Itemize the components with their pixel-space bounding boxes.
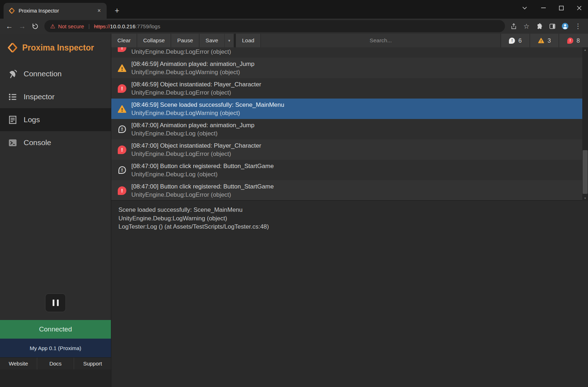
log-list: ! UnityEngine.Debug:LogError (object)[08… <box>111 47 588 201</box>
docs-link[interactable]: Docs <box>37 358 74 369</box>
sidebar-nav: Connection Inspector Logs <box>0 62 111 154</box>
sidebar-item-logs[interactable]: Logs <box>0 108 111 131</box>
url-scheme-separator: :// <box>106 23 110 29</box>
collapse-button[interactable]: Collapse <box>137 34 171 47</box>
log-trace: UnityEngine.Debug:Log (object) <box>131 170 274 178</box>
logs-toolbar: Clear Collapse Pause Save ▾ Load ! 6 3 !… <box>111 34 588 47</box>
log-trace: UnityEngine.Debug:LogError (object) <box>131 191 274 199</box>
terminal-icon <box>8 138 18 148</box>
log-message: [08:47:00] Button click registered: Butt… <box>131 162 274 170</box>
bookmark-star-icon[interactable]: ☆ <box>521 20 532 32</box>
log-trace: UnityEngine.Debug:LogError (object) <box>131 150 261 158</box>
new-tab-button[interactable]: + <box>112 5 122 16</box>
log-row[interactable]: ![08:46:59] Object instantiated: Player_… <box>111 78 588 99</box>
warning-count-filter[interactable]: 3 <box>530 34 559 47</box>
log-row[interactable]: ![08:47:00] Object instantiated: Player_… <box>111 139 588 160</box>
logs-page: Clear Collapse Pause Save ▾ Load ! 6 3 !… <box>111 34 588 387</box>
error-count-filter[interactable]: ! 8 <box>559 34 588 47</box>
tab-close-icon[interactable]: × <box>95 7 103 15</box>
log-trace: UnityEngine.Debug:LogWarning (object) <box>131 109 284 117</box>
log-row[interactable]: ![08:47:00] Animation played: animation_… <box>111 119 588 139</box>
log-message: [08:47:00] Object instantiated: Player_C… <box>131 142 261 150</box>
error-icon: ! <box>117 186 127 195</box>
error-icon: ! <box>117 84 127 93</box>
log-row[interactable]: [08:46:59] Animation played: animation_J… <box>111 58 588 78</box>
avatar[interactable] <box>559 20 571 32</box>
sidebar-spacer <box>0 154 111 293</box>
proxima-app: Proxima Inspector Connection Inspector <box>0 34 588 387</box>
detail-line: UnityEngine.Debug:LogWarning (object) <box>118 214 581 223</box>
sidebar-item-label: Inspector <box>24 92 54 101</box>
detail-line: LogTester:Log () (at Assets/TestScripts/… <box>118 223 581 231</box>
pause-button[interactable]: Pause <box>171 34 199 47</box>
url-scheme: https <box>94 23 106 29</box>
sidebar-item-connection[interactable]: Connection <box>0 62 111 85</box>
address-separator: | <box>88 23 90 29</box>
satellite-dish-icon <box>8 69 18 79</box>
connection-status-badge: Connected <box>0 320 111 339</box>
log-row[interactable]: [08:46:59] Scene loaded successfully: Sc… <box>111 99 588 119</box>
log-scrollbar[interactable]: ▲ ▼ <box>582 47 588 201</box>
load-button[interactable]: Load <box>236 34 261 47</box>
browser-menu-icon[interactable]: ⋮ <box>572 20 584 32</box>
address-bar[interactable]: ⚠ Not secure | https :// 10.0.0.216 :775… <box>44 20 505 32</box>
log-trace: UnityEngine.Debug:LogWarning (object) <box>131 68 254 76</box>
chevron-down-icon[interactable] <box>517 1 532 15</box>
log-message: [08:46:59] Animation played: animation_J… <box>131 60 254 68</box>
log-count: 6 <box>518 37 521 44</box>
maximize-icon[interactable] <box>552 1 570 15</box>
detail-line: Scene loaded successfully: Scene_MainMen… <box>118 206 581 214</box>
log-message: [08:46:59] Object instantiated: Player_C… <box>131 80 261 89</box>
scroll-up-icon[interactable]: ▲ <box>582 47 588 52</box>
log-message: [08:46:59] Scene loaded successfully: Sc… <box>131 101 284 109</box>
pause-updates-button[interactable] <box>45 293 66 312</box>
log-count-filter[interactable]: ! 6 <box>501 34 530 47</box>
extensions-puzzle-icon[interactable] <box>534 20 545 32</box>
scrollbar-thumb[interactable] <box>583 150 588 194</box>
log-trace: UnityEngine.Debug:Log (object) <box>131 129 254 138</box>
close-icon[interactable] <box>570 1 588 15</box>
back-icon[interactable]: ← <box>3 20 16 32</box>
sidebar-bottom-fill <box>0 369 111 387</box>
app-title: Proxima Inspector <box>22 43 94 53</box>
side-panel-icon[interactable] <box>546 20 558 32</box>
log-count-icon: ! <box>509 38 515 44</box>
log-message: [08:47:00] Animation played: animation_J… <box>131 121 254 129</box>
search-input[interactable] <box>261 34 501 47</box>
sidebar-item-label: Connection <box>24 70 62 78</box>
log-trace: UnityEngine.Debug:LogError (object) <box>131 48 231 56</box>
clear-button[interactable]: Clear <box>111 34 137 47</box>
browser-tab-strip: Proxima Inspector × + <box>0 0 588 19</box>
save-dropdown-arrow[interactable]: ▾ <box>224 34 234 47</box>
share-icon[interactable] <box>508 20 519 32</box>
scroll-down-icon[interactable]: ▼ <box>582 196 588 201</box>
log-row[interactable]: ![08:47:00] Button click registered: But… <box>111 160 588 180</box>
log-trace: UnityEngine.Debug:LogError (object) <box>131 89 261 97</box>
sidebar-item-inspector[interactable]: Inspector <box>0 85 111 108</box>
browser-tab[interactable]: Proxima Inspector × <box>4 3 107 19</box>
log-message: [08:47:00] Button click registered: Butt… <box>131 182 274 191</box>
log-row[interactable]: ![08:47:00] Button click registered: But… <box>111 180 588 201</box>
forward-icon[interactable]: → <box>16 20 29 32</box>
sidebar-footer: Website Docs Support <box>0 357 111 369</box>
log-icon: ! <box>117 125 127 134</box>
document-icon <box>8 115 18 125</box>
app-logo: Proxima Inspector <box>0 34 111 53</box>
save-button[interactable]: Save <box>199 34 224 47</box>
minimize-icon[interactable] <box>534 1 552 15</box>
log-icon: ! <box>117 166 127 175</box>
detail-panel: Scene loaded successfully: Scene_MainMen… <box>111 201 588 387</box>
support-link[interactable]: Support <box>74 358 111 369</box>
connected-app-label: My App 0.1 (Proxima) <box>0 339 111 357</box>
error-icon: ! <box>117 145 127 154</box>
tab-title: Proxima Inspector <box>19 8 95 14</box>
website-link[interactable]: Website <box>0 358 37 369</box>
warning-icon <box>117 63 127 73</box>
log-row[interactable]: ! UnityEngine.Debug:LogError (object) <box>111 47 588 58</box>
list-icon <box>8 92 18 102</box>
sidebar-item-console[interactable]: Console <box>0 131 111 154</box>
not-secure-label[interactable]: Not secure <box>58 23 84 29</box>
reload-icon[interactable] <box>29 20 42 32</box>
error-count: 8 <box>577 37 580 44</box>
sidebar: Proxima Inspector Connection Inspector <box>0 34 111 387</box>
